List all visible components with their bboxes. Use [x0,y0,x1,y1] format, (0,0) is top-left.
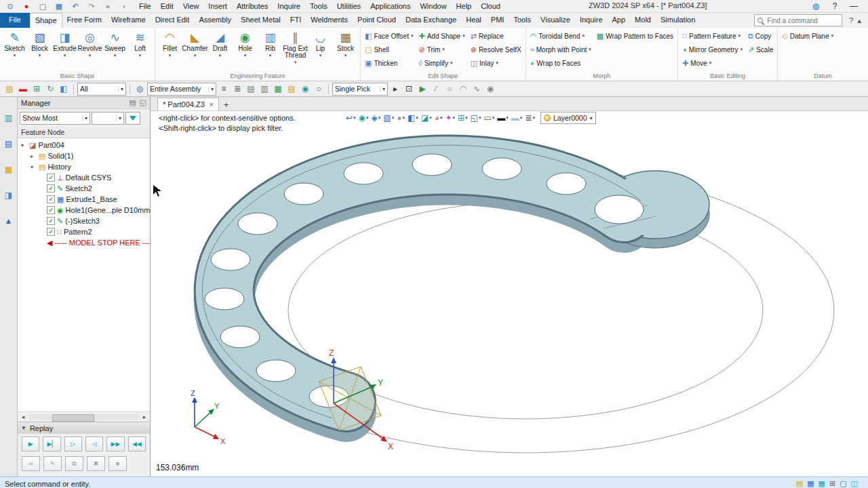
box-status-icon[interactable]: ▢ [840,479,846,488]
ribbon-tab[interactable]: PMI [486,13,509,28]
find-panel-icon[interactable]: ▲ [3,215,15,227]
minimize-icon[interactable]: — [848,0,860,12]
ribbon-button[interactable]: ◡ Lip ▾ [308,29,333,58]
entity-filter-combo[interactable]: All ▾ [77,83,126,96]
tree-item[interactable]: ✓ ◉ Hole1(Gene...ple D10mm) [18,205,150,216]
hole[interactable] [412,154,452,176]
hole[interactable] [211,249,250,270]
scrollbar-track[interactable] [28,414,139,420]
pick-arrow-icon[interactable]: ▸ [389,83,401,95]
undo-icon[interactable]: ↶ [69,0,81,12]
view-status-icon[interactable]: ▦ [818,479,825,488]
ribbon-button[interactable]: ◉ Hole ▾ [233,29,258,58]
menu-item[interactable]: Edit [156,1,178,11]
ribbon-tab[interactable]: App [608,13,631,28]
feature-checkbox[interactable]: ✓ [47,228,55,236]
ribbon-small-button[interactable]: ▢ Shell ▾ [363,43,415,56]
ribbon-small-button[interactable]: ✚ Move ▾ [680,56,745,70]
play-icon[interactable]: ▶ [416,83,429,95]
expander-icon[interactable]: ▾ [31,164,37,170]
tree-item[interactable]: ✓ ▦ Extrude1_Base [18,194,150,205]
hole[interactable] [238,213,277,235]
black-swatch-icon[interactable]: ▬ ▾ [497,113,509,123]
ribbon-small-button[interactable]: ⇄ Replace ▾ [469,29,524,43]
replay-back-button[interactable]: ◁ [85,436,103,451]
view-back-icon[interactable]: ↩ ▾ [346,113,356,123]
appearance-icon[interactable]: ◕ ▾ [435,113,443,123]
layer-list-icon[interactable]: ≣ ▾ [525,113,535,123]
feature-checkbox[interactable]: ✓ [47,217,55,225]
green-table-icon[interactable]: ▦ [272,83,284,95]
visual-panel-icon[interactable]: ◨ [3,189,15,201]
tree-item[interactable]: ✓ ✎ Sketch2 [18,183,150,194]
ribbon-small-button[interactable]: ◑ Mirror Geometry ▾ [680,43,745,56]
ribbon-small-button[interactable]: ◧ Face Offset ▾ [363,29,415,43]
tree-item[interactable]: ✓ ⊥ Default CSYS [18,172,150,183]
graphics-area[interactable]: * Part004.Z3 × + [151,97,868,476]
tree-item[interactable]: ✓ ◀ ----- MODEL STOP HERE ----- [18,237,150,248]
ribbon-button[interactable]: ◨ Extrude ▾ [52,29,77,58]
ref-circle-icon[interactable]: ○ [313,83,325,95]
document-tab[interactable]: * Part004.Z3 × [157,98,219,110]
table-status-icon[interactable]: ▦ [807,479,814,488]
ribbon-tab[interactable]: Mold [630,13,656,28]
replay-swatch-button[interactable]: ■ [108,456,127,471]
yellow-sheet-icon[interactable]: ▤ [285,83,298,95]
ribbon-tab[interactable]: Visualize [536,13,575,28]
ribbon-button[interactable]: ◣ Chamfer ▾ [182,29,208,58]
layer-combo[interactable]: Layer0000 ▾ [540,112,596,124]
ruler-icon[interactable]: ▭ ▾ [484,113,494,123]
eye-icon[interactable]: ◉ ▾ [359,113,369,123]
replay-fast-forward-button[interactable]: ▶▶ [106,436,124,451]
replay-header[interactable]: ▼ Replay [18,422,150,434]
scroll-right-icon[interactable]: ▸ [140,413,149,420]
ribbon-small-button[interactable]: ◠ Toroidal Bend ▾ [528,29,593,43]
ribbon-small-button[interactable]: ◫ Inlay ▾ [469,56,524,70]
collapse-left-icon[interactable]: « [102,0,114,12]
record-icon[interactable]: ● [20,0,33,12]
ribbon-tab[interactable]: File [0,13,30,28]
expander-icon[interactable]: ▾ [21,142,27,148]
menu-item[interactable]: Cloud [476,1,505,11]
panel-list-icon[interactable]: ▤ [129,98,136,107]
replay-play-button[interactable]: ▶ [22,436,39,451]
tree-item[interactable]: ✓ ✎ (-)Sketch3 [18,216,150,226]
window-display-icon[interactable]: ◱ ▾ [471,113,481,123]
ribbon-tab[interactable]: Free Form [62,13,106,28]
ribbon-button[interactable]: ∥ Flag Ext Thread ▾ [283,29,308,64]
ribbon-tab[interactable]: FTI [285,13,307,28]
ribbon-small-button[interactable]: ✚ Add Shape ▾ [416,29,467,43]
add-grid-icon[interactable]: ⊞ [31,83,43,95]
replay-delete-button[interactable]: ✖ [87,456,105,471]
ribbon-small-button[interactable]: ⊘ Trim ▾ [416,43,467,56]
insert-table-icon[interactable]: ▤ [3,83,16,95]
arc-tool-icon[interactable]: ◠ [457,83,469,95]
ribbon-button[interactable]: ▦ Stock ▾ [333,29,358,58]
ribbon-tab[interactable]: Assembly [194,13,236,28]
ribbon-button[interactable]: ▧ Block ▾ [27,29,52,58]
ribbon-tab[interactable]: Inquire [575,13,608,28]
tree-item[interactable]: ✓ ∷ Pattern2 [18,226,150,237]
hole[interactable] [595,195,644,224]
grid-status-icon[interactable]: ⊞ [829,479,835,488]
section-view-icon[interactable]: ◪ ▾ [421,113,432,123]
color-filter-icon[interactable]: ◧ [58,83,70,95]
shade-mode-icon[interactable]: ● ▾ [397,113,405,123]
ribbon-tab[interactable]: Direct Edit [151,13,195,28]
ribbon-tab[interactable]: Wireframe [106,13,151,28]
replay-edit-button[interactable]: ✎ [43,456,62,471]
ribbon-tab[interactable]: Point Cloud [353,13,401,28]
hole[interactable] [547,173,586,195]
feature-checkbox[interactable]: ✓ [47,206,55,214]
new-file-icon[interactable]: ▢ [37,0,49,12]
pick-box-icon[interactable]: ⊡ [403,83,415,95]
ribbon-tab[interactable]: Heal [461,13,486,28]
scope-combo[interactable]: Entire Assembly ▾ [147,83,216,96]
ribbon-small-button[interactable]: ≈ Morph with Point ▾ [528,43,593,56]
ribbon-button[interactable]: ◎ Revolve ▾ [77,29,102,58]
blue-swatch-icon[interactable]: ▬ ▾ [511,113,523,123]
spline-tool-icon[interactable]: ∿ [471,83,483,95]
ribbon-button[interactable]: ∿ Sweep ▾ [102,29,127,58]
pick-mode-combo[interactable]: Single Pick ▾ [332,83,388,96]
menu-item[interactable]: Applications [366,1,415,11]
